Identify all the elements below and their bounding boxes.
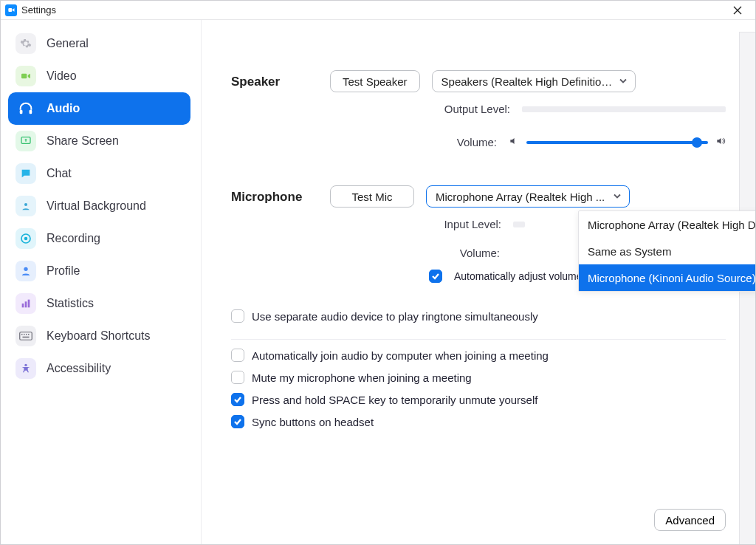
- accessibility-icon: [16, 358, 36, 379]
- sidebar-item-label: Statistics: [47, 297, 94, 310]
- sidebar-item-label: Profile: [47, 264, 80, 278]
- svg-rect-13: [21, 334, 23, 335]
- svg-point-7: [24, 237, 28, 241]
- svg-rect-2: [20, 110, 23, 114]
- zoom-icon: [5, 4, 17, 16]
- sidebar-item-label: Chat: [47, 167, 72, 180]
- sidebar-item-keyboard-shortcuts[interactable]: Keyboard Shortcuts: [8, 320, 190, 352]
- microphone-option[interactable]: Microphone (Kinoni Audio Source): [579, 264, 756, 291]
- chevron-down-icon: [619, 75, 628, 88]
- svg-rect-3: [30, 110, 32, 114]
- sidebar-item-share-screen[interactable]: Share Screen: [8, 125, 190, 157]
- sidebar-item-profile[interactable]: Profile: [8, 255, 190, 287]
- svg-rect-15: [26, 334, 27, 335]
- mute-on-join-label: Mute my microphone when joining a meetin…: [252, 371, 472, 384]
- window-close-button[interactable]: [724, 1, 751, 19]
- test-speaker-button[interactable]: Test Speaker: [330, 70, 420, 92]
- svg-point-18: [24, 364, 27, 366]
- auto-join-audio-checkbox[interactable]: [231, 349, 244, 362]
- video-icon: [16, 66, 36, 86]
- chevron-down-icon: [613, 191, 622, 203]
- speaker-high-icon: [715, 136, 726, 148]
- speaker-section-label: Speaker: [231, 70, 312, 89]
- titlebar: Settings: [1, 1, 755, 20]
- svg-rect-10: [25, 301, 27, 307]
- speaker-volume-slider[interactable]: [526, 141, 708, 144]
- chat-icon: [16, 163, 36, 184]
- virtual-bg-icon: [16, 196, 36, 216]
- profile-icon: [16, 261, 36, 281]
- window-title: Settings: [21, 4, 56, 16]
- sidebar-item-general[interactable]: General: [8, 27, 190, 60]
- sidebar-item-label: Keyboard Shortcuts: [47, 329, 151, 343]
- microphone-section-label: Microphone: [231, 185, 312, 205]
- audio-settings-panel: Speaker Test Speaker Speakers (Realtek H…: [202, 20, 755, 544]
- svg-point-8: [24, 267, 27, 271]
- sidebar-item-label: Video: [47, 69, 77, 83]
- svg-rect-14: [24, 334, 25, 335]
- gear-icon: [16, 33, 36, 54]
- keyboard-icon: [16, 326, 36, 346]
- auto-adjust-volume-label: Automatically adjust volume: [454, 270, 583, 282]
- speaker-dropdown[interactable]: Speakers (Realtek High Definition...: [432, 70, 636, 92]
- sidebar-item-accessibility[interactable]: Accessibility: [8, 352, 190, 385]
- settings-window: Settings General Video: [0, 0, 756, 545]
- auto-join-audio-label: Automatically join audio by computer whe…: [252, 349, 549, 362]
- sync-headset-label: Sync buttons on headset: [252, 416, 374, 428]
- input-level-label: Input Level:: [444, 218, 501, 230]
- svg-rect-11: [28, 300, 30, 308]
- sync-headset-checkbox[interactable]: [231, 415, 244, 428]
- output-level-meter: [522, 106, 726, 112]
- output-level-label: Output Level:: [444, 103, 510, 115]
- speaker-selected-value: Speakers (Realtek High Definition...: [441, 75, 613, 88]
- space-unmute-checkbox[interactable]: [231, 393, 244, 406]
- sidebar-item-audio[interactable]: Audio: [8, 92, 190, 125]
- microphone-dropdown[interactable]: Microphone Array (Realtek High ...: [426, 185, 630, 208]
- settings-sidebar: General Video Audio Share Screen: [1, 20, 202, 544]
- sidebar-item-video[interactable]: Video: [8, 60, 190, 92]
- svg-rect-12: [20, 332, 32, 340]
- sidebar-item-label: Recording: [47, 232, 100, 245]
- statistics-icon: [16, 293, 36, 314]
- share-screen-icon: [16, 131, 36, 151]
- sidebar-item-chat[interactable]: Chat: [8, 157, 190, 190]
- svg-rect-16: [28, 334, 30, 335]
- svg-point-5: [24, 203, 27, 206]
- sidebar-item-label: Virtual Background: [47, 199, 146, 213]
- svg-rect-17: [23, 337, 30, 338]
- mute-on-join-checkbox[interactable]: [231, 371, 244, 384]
- auto-adjust-volume-checkbox[interactable]: [429, 270, 442, 283]
- speaker-low-icon: [509, 136, 519, 148]
- microphone-options-menu: Microphone Array (Realtek High Defini...…: [578, 210, 756, 292]
- microphone-selected-value: Microphone Array (Realtek High ...: [436, 191, 605, 203]
- sidebar-item-label: Accessibility: [47, 362, 111, 375]
- space-unmute-label: Press and hold SPACE key to temporarily …: [252, 394, 537, 406]
- microphone-volume-label: Volume:: [460, 247, 500, 259]
- separate-device-label: Use separate audio device to play ringto…: [252, 310, 538, 323]
- separate-device-checkbox[interactable]: [231, 309, 244, 323]
- microphone-option[interactable]: Microphone Array (Realtek High Defini...: [579, 211, 756, 238]
- svg-rect-0: [8, 8, 12, 12]
- sidebar-item-label: Audio: [47, 102, 80, 115]
- sidebar-item-label: Share Screen: [47, 134, 119, 148]
- section-divider: [231, 339, 726, 340]
- microphone-option[interactable]: Same as System: [579, 238, 756, 264]
- sidebar-item-statistics[interactable]: Statistics: [8, 287, 190, 320]
- headphones-icon: [16, 98, 36, 119]
- sidebar-item-label: General: [47, 37, 89, 50]
- sidebar-item-virtual-background[interactable]: Virtual Background: [8, 190, 190, 222]
- svg-rect-9: [22, 304, 24, 307]
- input-level-meter: [513, 222, 525, 227]
- svg-rect-1: [21, 74, 27, 79]
- recording-icon: [16, 228, 36, 249]
- test-mic-button[interactable]: Test Mic: [330, 185, 414, 208]
- sidebar-item-recording[interactable]: Recording: [8, 222, 190, 255]
- speaker-volume-label: Volume:: [457, 136, 497, 148]
- advanced-button[interactable]: Advanced: [654, 509, 726, 531]
